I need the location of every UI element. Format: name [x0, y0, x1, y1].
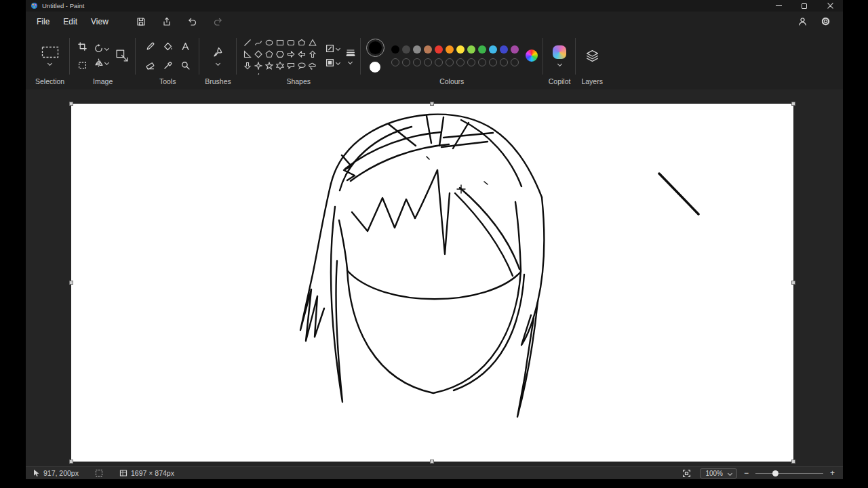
resize-handle-top-center[interactable] — [430, 102, 434, 106]
custom-colour-slot-10[interactable] — [500, 58, 508, 66]
pencil-tool-button[interactable] — [143, 39, 157, 53]
secondary-colour-swatch[interactable] — [369, 61, 381, 73]
edit-colours-button[interactable] — [526, 49, 538, 62]
resize-handle-middle-right[interactable] — [791, 281, 795, 285]
resize-handle-top-right[interactable] — [791, 102, 795, 106]
layers-icon — [585, 49, 599, 62]
primary-colour-selected[interactable] — [366, 39, 384, 57]
shape-pentagon[interactable] — [264, 48, 275, 60]
rotate-button[interactable] — [94, 44, 108, 53]
colour-swatch-0[interactable] — [391, 45, 399, 54]
shape-five-point-star[interactable] — [264, 60, 275, 71]
colour-swatch-7[interactable] — [467, 45, 475, 54]
magnifier-tool-button[interactable] — [178, 58, 192, 72]
shape-six-point-star[interactable] — [275, 60, 285, 71]
shape-line[interactable] — [242, 37, 253, 48]
custom-colour-slot-8[interactable] — [478, 58, 486, 66]
shape-triangle[interactable] — [307, 37, 318, 48]
eraser-tool-button[interactable] — [143, 58, 157, 72]
custom-colour-slot-11[interactable] — [511, 58, 519, 66]
text-tool-button[interactable] — [178, 39, 192, 53]
shape-rectangle[interactable] — [275, 37, 285, 48]
share-button[interactable] — [160, 15, 174, 28]
brushes-button[interactable] — [213, 47, 223, 65]
layers-button[interactable] — [584, 47, 600, 64]
copilot-button[interactable] — [553, 45, 566, 66]
fill-tool-button[interactable] — [161, 39, 174, 53]
shape-rounded-speech-bubble[interactable] — [285, 60, 296, 71]
shape-arrow-right[interactable] — [285, 48, 296, 60]
custom-colour-slot-2[interactable] — [413, 58, 421, 66]
colour-swatch-6[interactable] — [456, 45, 465, 54]
shape-oval-speech-bubble[interactable] — [296, 60, 307, 71]
pencil-icon — [146, 42, 155, 51]
zoom-out-button[interactable]: − — [744, 469, 749, 477]
eraser-icon — [146, 61, 155, 70]
flip-button[interactable] — [94, 58, 108, 67]
resize-handle-bottom-center[interactable] — [430, 460, 434, 464]
shape-lightning[interactable] — [253, 71, 264, 75]
colour-swatch-1[interactable] — [402, 45, 410, 54]
shape-arrow-left[interactable] — [296, 48, 307, 60]
shape-arrow-down[interactable] — [242, 60, 253, 71]
selection-tool-button[interactable] — [41, 46, 59, 65]
color-picker-tool-button[interactable] — [161, 58, 174, 72]
menu-view[interactable]: View — [84, 14, 115, 29]
custom-colour-slot-9[interactable] — [489, 58, 497, 66]
shape-cloud-speech-bubble[interactable] — [307, 60, 318, 71]
colour-swatch-8[interactable] — [478, 45, 486, 54]
zoom-fit-button[interactable] — [679, 466, 693, 480]
zoom-in-button[interactable]: + — [830, 469, 835, 477]
zoom-level-dropdown[interactable]: 100% — [700, 468, 737, 479]
shape-right-triangle[interactable] — [242, 48, 253, 60]
undo-button[interactable] — [186, 15, 199, 28]
shape-rounded-rectangle[interactable] — [285, 37, 296, 48]
menu-file[interactable]: File — [30, 14, 56, 29]
colour-swatch-3[interactable] — [424, 45, 432, 54]
save-button[interactable] — [134, 15, 148, 28]
menu-edit[interactable]: Edit — [56, 14, 84, 29]
settings-button[interactable] — [818, 15, 832, 28]
shape-oval[interactable] — [264, 37, 275, 48]
custom-colour-slot-5[interactable] — [446, 58, 454, 66]
redo-button[interactable] — [212, 15, 225, 28]
colour-swatch-5[interactable] — [446, 45, 454, 54]
custom-colour-slot-4[interactable] — [435, 58, 443, 66]
resize-handle-middle-left[interactable] — [69, 281, 73, 285]
marquee-button[interactable] — [75, 58, 89, 72]
resize-handle-bottom-right[interactable] — [791, 460, 795, 464]
drawing-canvas[interactable] — [71, 104, 793, 462]
shape-outline-button[interactable] — [326, 44, 340, 53]
colour-swatch-10[interactable] — [500, 45, 508, 54]
custom-colour-slot-3[interactable] — [424, 58, 432, 66]
shape-hexagon[interactable] — [275, 48, 285, 60]
colour-swatch-11[interactable] — [511, 45, 519, 54]
shape-curve[interactable] — [253, 37, 264, 48]
shape-polygon[interactable] — [296, 37, 307, 48]
crop-button[interactable] — [75, 39, 89, 53]
custom-colour-slot-1[interactable] — [402, 58, 410, 66]
shape-four-point-star[interactable] — [253, 60, 264, 71]
ribbon: Selection — [26, 31, 843, 89]
shape-diamond[interactable] — [253, 48, 264, 60]
zoom-slider[interactable] — [755, 468, 823, 478]
close-button[interactable] — [817, 0, 843, 12]
maximize-button[interactable] — [791, 0, 817, 12]
custom-colour-slot-7[interactable] — [467, 58, 475, 66]
shape-fill-button[interactable] — [326, 58, 340, 67]
custom-colour-slot-6[interactable] — [456, 58, 465, 66]
resize-handle-bottom-left[interactable] — [69, 460, 73, 464]
zoom-slider-thumb[interactable] — [772, 470, 778, 476]
resize-button[interactable] — [114, 47, 130, 64]
colour-swatch-9[interactable] — [489, 45, 497, 54]
colour-swatch-4[interactable] — [435, 45, 443, 54]
stroke-size-button[interactable] — [346, 48, 355, 64]
colour-swatch-2[interactable] — [413, 45, 421, 54]
shape-heart[interactable] — [242, 71, 253, 75]
shape-arrow-up[interactable] — [307, 48, 318, 60]
selection-status-icon — [95, 469, 103, 477]
account-button[interactable] — [795, 15, 809, 28]
resize-handle-top-left[interactable] — [69, 102, 73, 106]
minimize-button[interactable] — [766, 0, 791, 12]
custom-colour-slot-0[interactable] — [391, 58, 399, 66]
